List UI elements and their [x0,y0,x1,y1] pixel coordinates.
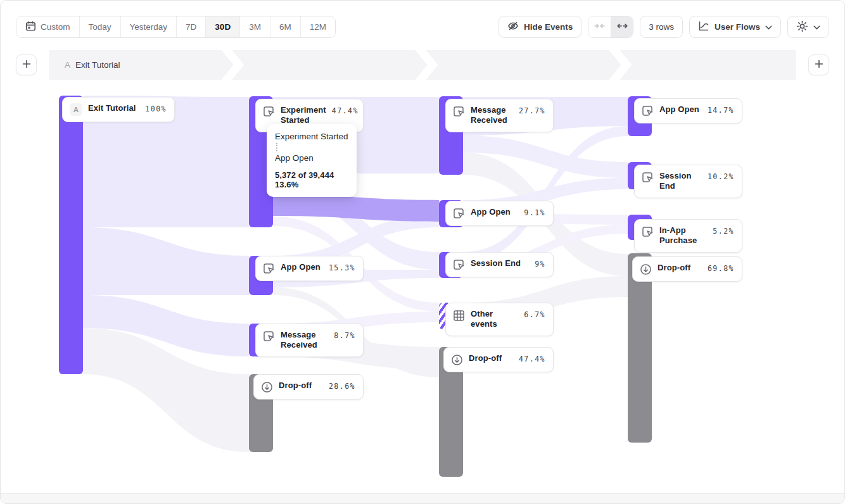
toolbar-right: Hide Events 3 rows [499,16,829,38]
dropoff-icon [640,263,652,275]
date-range-label: 12M [310,22,326,32]
date-range-label: 3M [249,22,261,32]
node-card-drop3[interactable]: Drop-off47.4% [443,347,554,372]
node-card-session4[interactable]: Session End10.2% [634,165,742,198]
flow-canvas: AExit Tutorial100%Experiment Started47.4… [1,82,845,493]
flow-steps-band[interactable]: A Exit Tutorial [49,50,796,80]
date-range-12m[interactable]: 12M [301,16,335,37]
node-card-drop4[interactable]: Drop-off69.8% [632,256,742,282]
chevron-separator [414,50,439,80]
node-label: Drop-off [279,381,323,391]
node-label: Exit Tutorial [88,103,139,113]
gear-icon [796,20,808,34]
chart-type-label: User Flows [715,22,760,32]
step-letter: A [65,60,70,70]
date-range-label: Yesterday [130,22,168,32]
chart-type-button[interactable]: User Flows [689,16,781,38]
chevron-separator [220,50,245,80]
flow-ribbons [1,82,845,493]
flow-ribbon-exit-to-appopen2[interactable] [83,227,249,295]
flow-tooltip: Experiment Started App Open 5,372 of 39,… [267,124,357,197]
rows-button[interactable]: 3 rows [640,16,683,38]
event-icon [453,259,465,271]
step-name: Exit Tutorial [75,60,120,70]
event-icon [453,208,465,220]
date-range-label: 30D [215,22,231,32]
node-card-exit[interactable]: AExit Tutorial100% [62,97,175,122]
node-card-session3[interactable]: Session End9% [445,252,554,277]
event-icon [642,105,654,117]
event-icon [263,106,275,118]
hide-events-label: Hide Events [524,22,573,32]
event-icon [263,331,275,343]
node-percent: 14.7% [708,104,734,115]
flow-ribbon-exp-to-appopen3[interactable] [273,194,439,222]
date-range-30d[interactable]: 30D [206,16,240,37]
node-label: App Open [281,262,323,272]
node-card-appopen4[interactable]: App Open14.7% [634,98,742,123]
dropoff-icon [451,354,463,366]
node-card-other3[interactable]: Other events6.7% [445,303,554,336]
start-step-label: A Exit Tutorial [65,50,120,80]
node-percent: 27.7% [519,105,545,115]
node-percent: 47.4% [332,105,359,115]
node-label: Other events [471,309,518,330]
node-card-drop2[interactable]: Drop-off28.6% [253,374,364,400]
bottom-scrollbar-track[interactable] [1,493,844,503]
node-bar-exit[interactable] [59,96,83,374]
collapse-expand-control [588,16,633,38]
date-range-custom[interactable]: Custom [16,16,80,37]
expand-columns-button[interactable] [611,16,633,37]
date-range-yesterday[interactable]: Yesterday [121,16,177,37]
node-card-msg2[interactable]: Message Received8.7% [255,324,364,357]
node-percent: 5.2% [713,225,734,236]
tooltip-connector [276,143,277,151]
node-percent: 100% [145,103,167,113]
node-percent: 69.8% [708,263,734,273]
node-card-iap4[interactable]: In-App Purchase5.2% [634,219,742,253]
user-flows-chart-icon [698,20,709,34]
node-percent: 15.3% [329,262,355,272]
steps-row: A Exit Tutorial [16,50,829,80]
date-range-3m[interactable]: 3M [240,16,270,37]
node-label: Drop-off [658,263,702,273]
node-label: Message Received [471,105,513,126]
chevron-down-icon [765,22,772,32]
collapse-columns-button[interactable] [588,16,611,37]
node-label: Message Received [281,330,328,351]
grid-icon [453,310,465,322]
node-card-appopen2[interactable]: App Open15.3% [255,256,364,281]
node-label: Experiment Started [281,105,326,126]
event-icon [642,226,654,238]
date-range-label: 6M [279,22,291,32]
date-range-7d[interactable]: 7D [177,16,206,37]
node-percent: 10.2% [708,171,734,181]
date-range-label: Today [89,22,111,32]
toolbar: CustomTodayYesterday7D30D3M6M12M Hide Ev… [16,16,829,38]
hide-events-button[interactable]: Hide Events [499,16,581,38]
arrows-inward-icon [594,22,605,33]
plus-icon [815,60,823,70]
user-flows-app: CustomTodayYesterday7D30D3M6M12M Hide Ev… [0,0,845,504]
rows-label: 3 rows [649,22,674,32]
node-card-msg3[interactable]: Message Received27.7% [445,99,554,132]
node-percent: 9% [535,258,545,268]
node-percent: 47.4% [519,353,545,363]
settings-button[interactable] [787,16,829,38]
chevron-separator [607,50,633,80]
add-step-right-button[interactable] [808,54,829,75]
node-label: Session End [471,258,529,268]
node-percent: 6.7% [524,309,545,319]
dropoff-icon [261,381,273,393]
date-range-label: Custom [41,22,70,32]
node-percent: 8.7% [334,330,355,340]
event-icon [263,263,275,275]
date-range-label: 7D [186,22,196,32]
event-icon [453,106,465,118]
add-step-left-button[interactable] [16,54,37,75]
date-range-today[interactable]: Today [80,16,121,37]
tooltip-target-event: App Open [275,153,348,163]
node-card-appopen3[interactable]: App Open9.1% [445,201,554,226]
node-label: App Open [659,104,702,115]
date-range-6m[interactable]: 6M [270,16,301,37]
